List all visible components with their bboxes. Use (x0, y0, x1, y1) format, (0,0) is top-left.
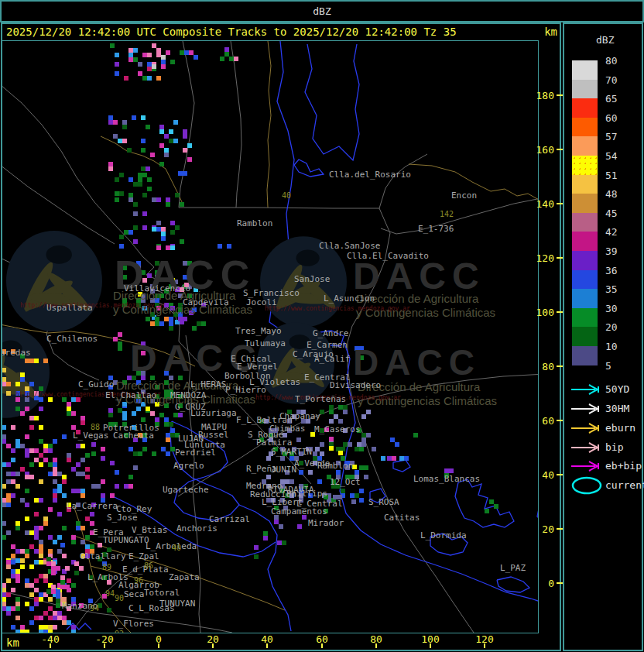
map-road-number: 89 (102, 564, 111, 571)
map-place-label: 12_Oct (330, 478, 361, 486)
legend-scale-label: 36 (605, 266, 625, 276)
y-axis-tick (557, 474, 563, 475)
x-axis-tick-label: 20 (197, 634, 228, 644)
map-place-label: Gltallary (80, 552, 126, 561)
y-axis-tick-label: 0 (536, 578, 554, 589)
map-place-label: Jocoli (246, 298, 277, 307)
map-place-label: E_Carmen (307, 341, 348, 349)
map-place-label: Lomas_Blancas (413, 475, 480, 483)
y-axis-unit-label: km (534, 26, 557, 38)
legend-color-swatch (572, 270, 598, 290)
map-place-label: L_Dormida (420, 531, 467, 540)
legend-current-label: current (605, 480, 644, 491)
map-place-label: S_MARTIN (271, 448, 312, 456)
y-axis-tick-label: 140 (536, 199, 554, 209)
legend-color-swatch (572, 308, 598, 328)
map-place-label: Mirador (308, 519, 344, 527)
legend-scale-label: 57 (605, 132, 625, 142)
map-place-label: E_Vergel (237, 362, 278, 371)
legend-color-swatch (572, 60, 598, 80)
legend-arrow-50YD (569, 383, 605, 396)
map-road-number: 96 (134, 577, 143, 585)
map-road-number: 40 (282, 192, 291, 200)
legend-scale-label: 51 (605, 170, 625, 180)
radar-map-viewport[interactable]: DACCDirección de Agricultura y Contingen… (2, 40, 539, 633)
map-place-label: La_Carrera (67, 502, 118, 510)
y-axis-tick-label: 20 (536, 524, 554, 534)
map-place-label: L_Asuncion (324, 294, 375, 303)
legend-arrow-eb+bip (569, 460, 605, 472)
y-axis-tick-label: 40 (536, 470, 554, 480)
y-axis-tick-label: 60 (536, 416, 554, 426)
legend-color-swatch (572, 213, 598, 232)
legend-arrow-eburn (569, 422, 605, 434)
legend-arrow-label: 50YD (605, 384, 629, 395)
map-place-label: aredas (2, 348, 31, 357)
map-place-label: Zapata (169, 573, 200, 582)
legend-scale-label: 39 (605, 246, 625, 256)
map-place-label: Agrelo (173, 462, 204, 470)
map-road-number: 94 (90, 605, 99, 613)
y-axis-tick (557, 365, 563, 367)
map-place-label: G_Andre (313, 329, 348, 338)
map-place-label: JUNIN (271, 465, 296, 474)
x-axis-tick-label: 120 (469, 634, 500, 644)
x-axis-tick-label: 0 (143, 634, 174, 644)
map-place-label: E_1-736 (418, 225, 454, 233)
map-road-number: 142 (440, 211, 454, 218)
legend-scale-label: 54 (605, 151, 625, 161)
map-place-label: P_Hierro (225, 386, 266, 394)
legend-color-swatch (572, 346, 598, 365)
top-title-bar: dBZ (0, 0, 644, 22)
x-axis-unit-label: km (6, 637, 19, 649)
legend-scale-label: 30 (605, 304, 625, 314)
y-axis-tick (557, 94, 563, 96)
map-place-label: TUNUYAN (159, 599, 195, 608)
legend-current-ellipse (569, 476, 605, 495)
x-axis-tick-label: 40 (252, 634, 283, 644)
legend-color-swatch (572, 118, 598, 137)
legend-color-swatch (572, 80, 598, 99)
x-axis-tick-label: 100 (415, 634, 446, 644)
map-place-label: M_Caseros (314, 425, 361, 434)
map-place-label: T_Porteñas (295, 395, 346, 403)
y-axis-tick-label: 100 (536, 307, 554, 317)
map-place-label: C_Chilenos (46, 335, 98, 343)
map-place-label: Seca (124, 590, 145, 599)
map-place-label: Ugarteche (163, 486, 209, 494)
legend-color-swatch (572, 175, 598, 194)
map-label-layer: Clla.del_RosarioEnconE_1-736RamblonClla.… (2, 40, 539, 633)
legend-color-swatch (572, 289, 598, 308)
legend-color-swatch (572, 251, 598, 270)
x-axis-tick-label: 60 (307, 634, 337, 644)
legend-color-swatch (572, 98, 598, 118)
map-place-label: MENDOZA (170, 391, 206, 400)
legend-color-swatch (572, 232, 598, 251)
map-place-label: TUPUNGATO (103, 536, 149, 544)
legend-scale-label: 80 (605, 56, 625, 66)
map-place-label: Encon (451, 191, 477, 200)
legend-color-swatch (572, 136, 598, 156)
map-road-number: 94 (105, 590, 115, 598)
x-axis-tick-label: -20 (89, 634, 120, 644)
y-axis-tick (557, 528, 563, 530)
map-place-label: L_PAZ (500, 564, 526, 572)
map-place-label: SanJose (294, 275, 330, 283)
y-axis-tick (557, 311, 563, 313)
legend-scale-label: 70 (605, 75, 625, 85)
map-place-label: Clla.del_Rosario (329, 170, 411, 179)
radar-app-window: dBZ 2025/12/20 12:42:00 UTC Composite Tr… (0, 0, 644, 652)
map-place-label: V_Btias (132, 526, 167, 534)
y-axis-tick (557, 257, 563, 259)
y-axis-tick-label: 80 (536, 362, 554, 372)
map-place-label: Divisadero (330, 381, 381, 389)
y-axis-tick (557, 149, 563, 150)
map-place-label: Uspallata (46, 304, 93, 312)
map-place-label: Tres_Mayo (235, 327, 282, 335)
legend-scale-label: 35 (605, 284, 625, 294)
map-place-label: V_Flores (113, 619, 154, 628)
legend-title: dBZ (596, 34, 614, 46)
y-axis-tick-label: 160 (536, 145, 554, 155)
map-place-label: Carrizal (209, 515, 250, 523)
y-axis-tick-label: 120 (536, 253, 554, 263)
